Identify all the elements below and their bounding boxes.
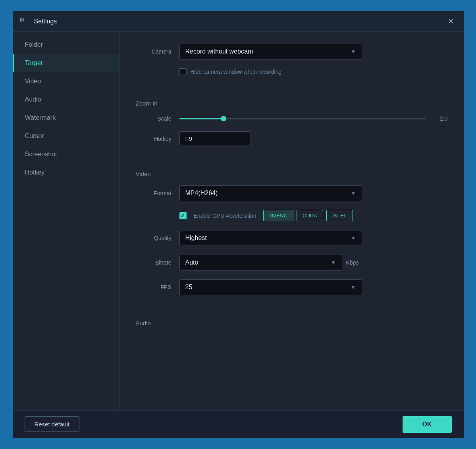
camera-dropdown[interactable]: Record without webcam ▼ — [179, 44, 362, 59]
bitrate-row: Bitrate Auto ▼ Kbps — [136, 255, 448, 271]
slider-track — [179, 118, 426, 119]
sidebar-item-target[interactable]: Target — [13, 54, 119, 72]
sidebar-item-video[interactable]: Video — [13, 72, 119, 90]
format-dropdown[interactable]: MP4(H264) ▼ — [179, 185, 362, 201]
main-scroll-area: Camera Record without webcam ▼ Hide came… — [120, 32, 464, 410]
reset-default-button[interactable]: Reset default — [25, 416, 79, 432]
fps-row: FPS 25 ▼ — [136, 279, 448, 295]
zoom-section-label: Zoom In — [136, 100, 448, 107]
hotkey-input[interactable] — [179, 131, 251, 146]
bitrate-dropdown[interactable]: Auto ▼ — [179, 255, 342, 271]
hotkey-label: Hotkey — [136, 136, 172, 142]
fps-label: FPS — [136, 284, 172, 290]
camera-row: Camera Record without webcam ▼ — [136, 44, 448, 59]
format-dropdown-arrow: ▼ — [351, 190, 356, 196]
scale-label: Scale — [136, 115, 172, 122]
camera-label: Camera — [136, 48, 172, 55]
fps-dropdown-arrow: ▼ — [351, 284, 356, 290]
gpu-label: Enable GPU Acceleration — [194, 213, 256, 219]
format-row: Format MP4(H264) ▼ — [136, 185, 448, 201]
sidebar-item-audio[interactable]: Audio — [13, 90, 119, 109]
titlebar: ⚙ Settings ✕ — [13, 11, 464, 32]
scale-slider-container[interactable] — [179, 115, 426, 123]
sidebar-item-cursor[interactable]: Cursor — [13, 127, 119, 145]
gpu-badge-cuda[interactable]: CUDA — [297, 210, 323, 221]
fps-value: 25 — [185, 284, 193, 291]
main-content: Folder Target Video Audio Watermark Curs… — [13, 32, 464, 410]
scale-value: 2.0 — [432, 115, 448, 122]
hide-camera-label: Hide camera window when recording — [191, 69, 282, 75]
video-section-label: Video — [136, 171, 448, 177]
bitrate-label: Bitrate — [136, 259, 172, 266]
scale-row: Scale 2.0 — [136, 115, 448, 123]
hide-camera-row: Hide camera window when recording — [179, 68, 448, 75]
quality-label: Quality — [136, 235, 172, 241]
audio-section-label: Audio — [136, 320, 448, 326]
gpu-acceleration-row: ✓ Enable GPU Acceleration NVENC CUDA INT… — [179, 210, 448, 221]
quality-row: Quality Highest ▼ — [136, 230, 448, 246]
camera-dropdown-arrow: ▼ — [351, 48, 356, 55]
gpu-badge-nvenc[interactable]: NVENC — [263, 210, 293, 221]
format-value: MP4(H264) — [185, 190, 218, 197]
format-label: Format — [136, 190, 172, 196]
main-panel: Camera Record without webcam ▼ Hide came… — [120, 32, 464, 410]
ok-button[interactable]: OK — [403, 416, 452, 433]
settings-window: ⚙ Settings ✕ Folder Target Video Audio W… — [12, 10, 464, 439]
quality-dropdown[interactable]: Highest ▼ — [179, 230, 362, 246]
settings-icon: ⚙ — [19, 16, 30, 27]
sidebar: Folder Target Video Audio Watermark Curs… — [13, 32, 120, 410]
sidebar-item-hotkey[interactable]: Hotkey — [13, 163, 119, 182]
sidebar-item-watermark[interactable]: Watermark — [13, 109, 119, 127]
sidebar-item-folder[interactable]: Folder — [13, 36, 119, 54]
camera-value: Record without webcam — [185, 48, 253, 55]
sidebar-item-screenshot[interactable]: Screenshot — [13, 145, 119, 163]
fps-dropdown[interactable]: 25 ▼ — [179, 279, 362, 295]
bitrate-value: Auto — [185, 259, 198, 266]
quality-value: Highest — [185, 234, 207, 242]
bitrate-dropdown-arrow: ▼ — [331, 259, 336, 266]
quality-dropdown-arrow: ▼ — [351, 235, 356, 241]
slider-fill — [179, 118, 224, 119]
hotkey-row: Hotkey — [136, 131, 448, 146]
hide-camera-checkbox[interactable] — [179, 68, 187, 75]
footer: Reset default OK — [13, 410, 464, 438]
window-title: Settings — [34, 18, 445, 25]
gpu-checkmark: ✓ — [181, 213, 185, 219]
gpu-checkbox[interactable]: ✓ — [179, 212, 187, 219]
close-button[interactable]: ✕ — [445, 15, 457, 28]
gpu-badge-intel[interactable]: INTEL — [326, 210, 353, 221]
gpu-badges: NVENC CUDA INTEL — [263, 210, 353, 221]
kbps-label: Kbps — [346, 259, 359, 266]
slider-thumb[interactable] — [221, 116, 226, 121]
